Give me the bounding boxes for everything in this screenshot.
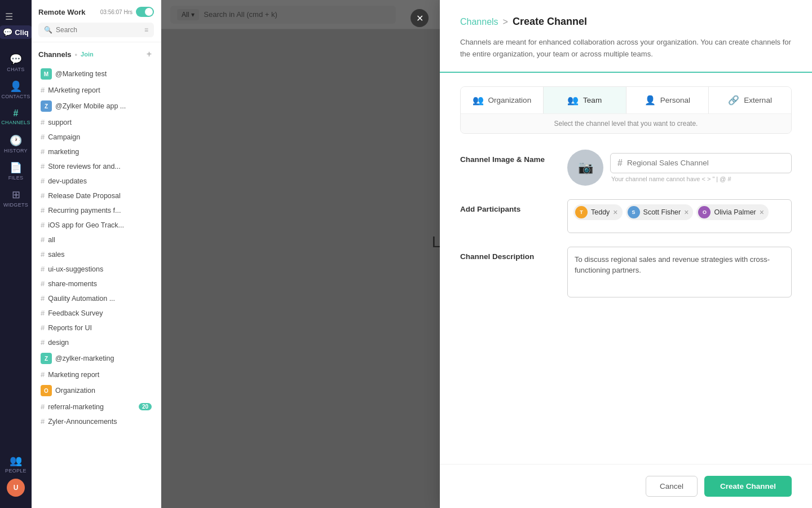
type-btn-team[interactable]: 👥 Team <box>544 87 626 113</box>
add-channel-button[interactable]: + <box>144 48 154 60</box>
sidebar-item-files[interactable]: 📄 FILES <box>3 159 28 183</box>
search-input[interactable] <box>56 26 141 34</box>
create-channel-button[interactable]: Create Channel <box>704 476 792 497</box>
dot-separator: • <box>75 50 78 59</box>
channel-name: @zylker-marketing <box>55 354 152 362</box>
external-type-icon: 🔗 <box>728 95 739 106</box>
channel-name: share-moments <box>48 280 152 288</box>
type-btn-external[interactable]: 🔗 External <box>709 87 791 113</box>
channel-list-item[interactable]: #referral-marketing20 <box>34 400 158 414</box>
channel-list-panel: Remote Work 03:56:07 Hrs 🔍 ≡ Channels • … <box>32 0 161 508</box>
remove-teddy-button[interactable]: × <box>613 208 617 216</box>
hash-icon: # <box>41 147 45 156</box>
join-link[interactable]: Join <box>81 51 94 58</box>
participant-chip-scott: S Scott Fisher × <box>626 204 694 220</box>
hash-icon: # <box>41 118 45 126</box>
filter-list-icon[interactable]: ≡ <box>144 26 148 34</box>
channel-list-item[interactable]: #Campaign <box>34 130 158 144</box>
channel-items-list: M@Marketing test···#MArketing reportZ@Zy… <box>32 64 161 508</box>
channels-icon: # <box>14 108 19 119</box>
time-badge: 03:56:07 Hrs <box>100 7 154 17</box>
channel-name: dev-updates <box>48 177 152 185</box>
channel-list-item[interactable]: #MArketing report <box>34 83 158 97</box>
channel-name: MArketing report <box>48 86 152 94</box>
search-bar: 🔍 ≡ <box>38 23 154 37</box>
channel-image-upload[interactable]: 📷 <box>567 150 603 186</box>
type-btn-organization[interactable]: 👥 Organization <box>461 87 544 113</box>
hash-icon: # <box>41 133 45 141</box>
people-label: PEOPLE <box>5 468 27 474</box>
channel-name: ui-ux-suggestions <box>48 265 152 273</box>
app-title: Cliq <box>15 28 29 37</box>
channel-list-item[interactable]: #dev-updates <box>34 174 158 188</box>
team-type-label: Team <box>583 96 602 104</box>
chats-icon: 💬 <box>10 53 22 65</box>
channel-name-field[interactable] <box>627 159 784 167</box>
channel-image-label: Channel Image & Name <box>460 150 556 164</box>
hamburger-icon[interactable]: ☰ <box>0 11 13 22</box>
channel-avatar: Z <box>41 100 52 112</box>
channel-list-item[interactable]: #Qaulity Automation ... <box>34 291 158 305</box>
channel-list-item[interactable]: #Feedback Survey <box>34 306 158 320</box>
remote-work-toggle[interactable] <box>136 7 154 17</box>
sidebar-item-people[interactable]: 👥 PEOPLE <box>3 452 28 476</box>
hash-icon: # <box>41 221 45 229</box>
modal-title: Create Channel <box>513 16 587 28</box>
channel-list-item[interactable]: #Release Date Proposal <box>34 189 158 203</box>
team-type-icon: 👥 <box>567 95 579 106</box>
participants-input-area[interactable]: T Teddy × S Scott Fisher × O <box>567 199 792 233</box>
sidebar-item-history[interactable]: 🕐 HISTORY <box>3 132 28 156</box>
remove-scott-button[interactable]: × <box>684 208 689 216</box>
channel-list-item[interactable]: #ui-ux-suggestions <box>34 262 158 276</box>
channel-list-item[interactable]: #support <box>34 115 158 129</box>
main-content-area: All ▾ Laughing at our Laughing a ✕ Chann… <box>161 0 812 508</box>
channel-list-item[interactable]: #marketing <box>34 144 158 159</box>
channel-list-item[interactable]: OOrganization··· <box>34 382 158 399</box>
channel-list-item[interactable]: M@Marketing test··· <box>34 65 158 82</box>
user-avatar-icon[interactable]: U <box>7 479 25 497</box>
remove-olivia-button[interactable]: × <box>760 208 764 216</box>
channel-list-item[interactable]: #Zyler-Announcements <box>34 414 158 428</box>
channel-name: @Zylker Mobile app ... <box>55 102 152 110</box>
sidebar-item-channels[interactable]: # CHANNELS <box>3 104 28 129</box>
breadcrumb-channels-link[interactable]: Channels <box>460 17 498 27</box>
personal-type-label: Personal <box>660 96 690 104</box>
description-control <box>567 247 792 300</box>
channel-list-item[interactable]: Z@Zylker Mobile app ...··· <box>34 98 158 115</box>
people-icon: 👥 <box>10 454 22 467</box>
cancel-button[interactable]: Cancel <box>646 476 698 497</box>
breadcrumb: Channels > Create Channel <box>460 16 792 28</box>
type-buttons-row: 👥 Organization 👥 Team 👤 Personal 🔗 <box>461 87 791 113</box>
channel-list-item[interactable]: #share-moments <box>34 277 158 291</box>
channel-list-item[interactable]: #sales <box>34 247 158 261</box>
channel-image-name-row: Channel Image & Name 📷 # Your channel na… <box>460 150 792 186</box>
channel-image-name-control: 📷 # Your channel name cannot have < > " … <box>567 150 792 186</box>
modal-body: 👥 Organization 👥 Team 👤 Personal 🔗 <box>440 73 812 464</box>
channel-list-item[interactable]: #Recurring payments f... <box>34 203 158 217</box>
modal-footer: Cancel Create Channel <box>440 464 812 508</box>
contacts-label: CONTACTS <box>1 94 30 99</box>
sidebar-item-widgets[interactable]: ⊞ WIDGETS <box>3 186 28 211</box>
channel-list-item[interactable]: #Marketing report <box>34 367 158 382</box>
channel-list-item[interactable]: Z@zylker-marketing··· <box>34 350 158 367</box>
channel-name: all <box>48 236 152 244</box>
type-btn-personal[interactable]: 👤 Personal <box>626 87 709 113</box>
scott-name: Scott Fisher <box>643 208 681 216</box>
channel-list-item[interactable]: #design <box>34 335 158 349</box>
hash-icon: # <box>41 265 45 273</box>
sidebar-item-chats[interactable]: 💬 CHATS <box>3 50 28 75</box>
timer-value: 03:56:07 Hrs <box>100 9 133 15</box>
channel-list-item[interactable]: #Store reviews for and... <box>34 159 158 173</box>
files-label: FILES <box>8 175 24 181</box>
hash-icon: # <box>41 191 45 200</box>
channel-name: Reports for UI <box>48 324 152 332</box>
channel-list-item[interactable]: #all <box>34 233 158 247</box>
hash-icon: # <box>41 309 45 317</box>
channel-list-item[interactable]: #Reports for UI <box>34 321 158 335</box>
channel-type-selector: 👥 Organization 👥 Team 👤 Personal 🔗 <box>460 86 792 134</box>
channel-name: Recurring payments f... <box>48 207 152 214</box>
add-participants-label: Add Participants <box>460 199 556 213</box>
channel-description-textarea[interactable] <box>567 247 792 297</box>
sidebar-item-contacts[interactable]: 👤 CONTACTS <box>3 77 28 102</box>
channel-list-item[interactable]: #iOS app for Geo Track... <box>34 218 158 232</box>
